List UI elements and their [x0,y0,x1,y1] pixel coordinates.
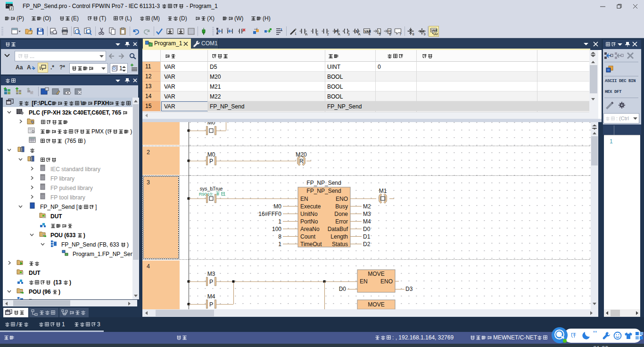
svg-text:8: 8 [278,233,281,240]
svg-text:Status: Status [332,241,348,248]
svg-text:D1: D1 [363,233,371,240]
svg-text:100: 100 [272,226,281,232]
svg-text:E: E [316,32,319,36]
svg-text:TimeOut: TimeOut [300,241,322,248]
svg-text:6: 6 [389,32,391,36]
svg-text:EN: EN [360,278,368,285]
svg-text:1: 1 [295,32,297,35]
svg-text:Execute: Execute [300,203,321,210]
svg-text:M2: M2 [363,203,371,210]
svg-text:P: P [209,279,213,285]
svg-text:VAR: VAR [431,29,438,32]
svg-text:7: 7 [10,7,13,11]
svg-text:P: P [209,301,213,308]
svg-text:M20: M20 [296,151,307,158]
svg-text:M0: M0 [207,151,215,158]
svg-text:4: 4 [369,32,371,36]
svg-text:Length: Length [330,233,348,240]
svg-text:Count: Count [300,233,316,240]
svg-text:PortNo: PortNo [300,218,318,225]
svg-text:2: 2 [327,32,329,36]
svg-text:A3: A3 [358,32,361,36]
svg-text:M0: M0 [207,122,215,126]
svg-text:Done: Done [334,211,348,217]
svg-text:P: P [209,158,213,165]
svg-text:7: 7 [400,32,402,36]
svg-text:AreaNo: AreaNo [300,226,320,232]
svg-text:Error: Error [335,218,348,225]
svg-text:MOVE: MOVE [368,301,384,308]
svg-text:M3: M3 [363,211,371,217]
svg-text:D0: D0 [363,226,371,232]
svg-text:sys_bTrue: sys_bTrue [200,186,223,191]
svg-text:Busy: Busy [335,203,348,210]
svg-text:1: 1 [278,218,281,225]
svg-text:A2: A2 [338,32,341,36]
svg-text:MOVE: MOVE [368,271,384,277]
svg-text:UnitNo: UnitNo [300,211,318,217]
svg-text:M0: M0 [273,203,281,210]
svg-text:DataBuf: DataBuf [328,226,348,232]
svg-text:4: 4 [147,263,150,270]
svg-text:3: 3 [348,32,350,36]
svg-text:9: 9 [424,32,426,36]
svg-text:W: W [305,32,308,36]
svg-text:5: 5 [379,32,381,36]
svg-text:R9010:: R9010: [199,191,214,197]
svg-text:1: 1 [278,241,281,248]
svg-text:FP_NP_Send: FP_NP_Send [306,180,341,186]
svg-text:M1: M1 [379,188,387,194]
svg-text:FP_NP_Send: FP_NP_Send [306,188,341,194]
svg-text:D0: D0 [339,286,347,292]
svg-text:R: R [299,158,304,165]
svg-text:2: 2 [147,149,150,156]
svg-text:M3: M3 [207,271,215,277]
svg-text:EN: EN [300,196,308,202]
svg-text:M4: M4 [363,218,371,225]
svg-text:D3: D3 [405,286,413,292]
svg-text:ENO: ENO [336,196,348,202]
svg-text:M4: M4 [207,293,215,300]
svg-text:VAR: VAR [433,33,438,36]
svg-text:D2: D2 [363,241,371,248]
svg-text:16#FFF0: 16#FFF0 [258,211,281,217]
svg-text:8: 8 [413,32,414,36]
svg-text:3: 3 [147,179,150,186]
svg-text:ENO: ENO [380,278,393,285]
